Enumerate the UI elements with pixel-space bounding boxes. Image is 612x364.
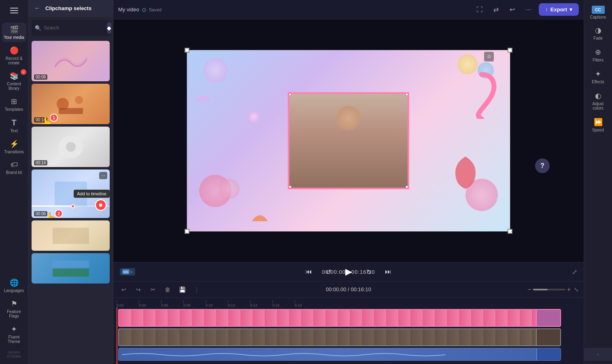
svg-point-4 (66, 142, 76, 152)
skip-to-end-button[interactable]: ⏭ (382, 265, 395, 278)
effects-icon: ✦ (595, 70, 601, 78)
sidebar-item-brand-kit[interactable]: 🏷 Brand kit (2, 158, 26, 177)
deco-orange (248, 207, 272, 223)
right-filters-button[interactable]: ⊕ Filters (586, 44, 610, 66)
more-button[interactable]: ··· (522, 3, 535, 16)
video-track[interactable] (118, 328, 561, 346)
left-sidebar: 🎬 Your media 🔴 Record & create ● 📚 Conte… (0, 0, 28, 364)
svg-rect-2 (59, 108, 83, 114)
media-duration-2: 00:14 (34, 117, 47, 123)
media-duration-1: 00:08 (34, 74, 47, 80)
canvas-handle-tl[interactable] (185, 48, 189, 53)
save-timeline-button[interactable]: 💾 (176, 284, 188, 295)
media-duration-3: 00:14 (34, 160, 47, 165)
media-item-3[interactable]: 00:14 (32, 127, 110, 167)
adjust-colors-icon: ◐ (595, 91, 601, 100)
redo-timeline-button[interactable]: ↪ (133, 284, 144, 295)
sidebar-item-your-media[interactable]: 🎬 Your media (2, 23, 26, 42)
resize-handle-br[interactable] (406, 186, 409, 189)
canvas-handle-tr[interactable] (508, 48, 512, 53)
resize-handle-tl[interactable] (288, 92, 291, 96)
content-library-icon: 📚 (10, 72, 19, 80)
canvas-settings-button[interactable]: ⚙ (484, 52, 494, 61)
sidebar-item-languages[interactable]: 🌐 Languages (2, 276, 26, 295)
media-item-4[interactable]: 00:06 ··· ⏺ Add to timeline 👆 2 (32, 169, 110, 218)
sidebar-item-transitions[interactable]: ⚡ Transitions (2, 137, 26, 157)
media-thumbnail-6 (32, 253, 110, 284)
panel-back-button[interactable]: ← (32, 3, 42, 13)
sidebar-item-record-create[interactable]: 🔴 Record & create (2, 44, 26, 68)
sidebar-item-version: Version d72b9de (2, 348, 26, 361)
resize-handle-bl[interactable] (288, 186, 291, 189)
media-options-button-4[interactable]: ··· (99, 172, 107, 179)
export-button[interactable]: ↑ Export ▾ (539, 3, 579, 16)
search-icon: 🔍 (35, 25, 41, 31)
sidebar-item-fluent-theme[interactable]: ✦ Fluent Theme (2, 322, 26, 346)
media-item-1[interactable]: 00:08 (32, 41, 110, 81)
right-fade-button[interactable]: ◑ Fade (586, 23, 610, 44)
audio-track-end (536, 348, 561, 360)
top-bar: My video ⊙ Saved ⛶ ⇄ ↩ ··· ↑ Export ▾ (113, 0, 584, 19)
search-input[interactable] (44, 25, 104, 31)
right-speed-button[interactable]: ⏩ Speed (586, 114, 610, 135)
media-item-2[interactable]: 00:14 👆 1 (32, 84, 110, 124)
svg-point-1 (75, 96, 83, 104)
skip-back-icon: ⏮ (306, 268, 312, 275)
ruler-mark-0:04: 0:04 (139, 300, 161, 307)
zoom-in-button[interactable]: + (567, 286, 571, 293)
sidebar-label-your-media: Your media (4, 35, 24, 40)
record-create-icon: 🔴 (10, 46, 19, 55)
ruler-mark-0:16: 0:16 (272, 300, 295, 307)
fullscreen-button[interactable]: ⤢ (572, 268, 577, 276)
scrubber-knob-4[interactable] (71, 204, 75, 208)
audio-track[interactable] (118, 348, 561, 361)
media-item-6[interactable] (32, 253, 110, 284)
flip-button[interactable]: ⇄ (489, 3, 502, 16)
filters-icon: ⊕ (595, 48, 601, 57)
crop-button[interactable]: ⛶ (473, 3, 486, 16)
record-button[interactable]: ⏺ (95, 199, 106, 211)
main-area: My video ⊙ Saved ⛶ ⇄ ↩ ··· ↑ Export ▾ 16… (113, 0, 584, 364)
help-button[interactable]: ? (535, 159, 550, 173)
templates-icon: ⊞ (11, 97, 17, 106)
sidebar-item-feature-flags[interactable]: ⚑ Feature Flags (2, 297, 26, 321)
video-title: My video ⊙ Saved (118, 6, 162, 13)
sidebar-item-templates[interactable]: ⊞ Templates (2, 95, 26, 114)
fluent-theme-icon: ✦ (11, 325, 17, 334)
overlay-track[interactable] (118, 309, 561, 327)
collapse-right-sidebar-button[interactable]: › (584, 348, 612, 361)
sidebar-item-text[interactable]: T Text (2, 116, 26, 135)
premium-filter-button[interactable]: ◆ (107, 22, 111, 34)
ruler-mark-0:18: 0:18 (295, 300, 317, 307)
sidebar-label-fluent-theme: Fluent Theme (4, 335, 25, 344)
zoom-out-button[interactable]: − (527, 286, 531, 293)
effects-label: Effects (592, 80, 604, 84)
resize-handle-tr[interactable] (406, 92, 409, 96)
captions-button[interactable]: CC + (120, 268, 135, 275)
playback-bar: CC + ⏮ ↺ ▶ ↻ ⏭ 00:00:00 / 00:16:10 ⤢ (113, 262, 584, 281)
timeline-tracks (113, 307, 584, 364)
canvas-handle-bl[interactable] (185, 229, 189, 234)
undo-timeline-button[interactable]: ↩ (118, 284, 130, 295)
undo-button[interactable]: ↩ (506, 3, 518, 16)
svg-rect-7 (53, 269, 89, 277)
zoom-slider[interactable] (533, 289, 565, 290)
cut-button[interactable]: ✂ (147, 284, 159, 295)
divider-1: | (191, 284, 202, 295)
panel-title: Clipchamp selects (45, 5, 91, 11)
media-item-5[interactable] (32, 220, 110, 251)
playhead[interactable] (117, 307, 117, 364)
delete-button[interactable]: 🗑 (162, 284, 173, 295)
canvas-handle-br[interactable] (508, 229, 512, 234)
adjust-colors-label: Adjust colors (588, 102, 609, 110)
deco-small-ball (248, 111, 260, 123)
right-effects-button[interactable]: ✦ Effects (586, 66, 610, 87)
expand-timeline-button[interactable]: ⤡ (574, 286, 579, 293)
right-adjust-colors-button[interactable]: ◐ Adjust colors (586, 88, 610, 114)
sidebar-item-content-library[interactable]: ● 📚 Content library (2, 69, 26, 93)
toolbar-icons: ⛶ ⇄ ↩ ··· (473, 3, 535, 16)
hamburger-menu[interactable] (2, 3, 26, 18)
skip-to-start-button[interactable]: ⏮ (302, 265, 315, 278)
speed-icon: ⏩ (594, 118, 603, 127)
zoom-controls: − + ⤡ (527, 286, 579, 293)
